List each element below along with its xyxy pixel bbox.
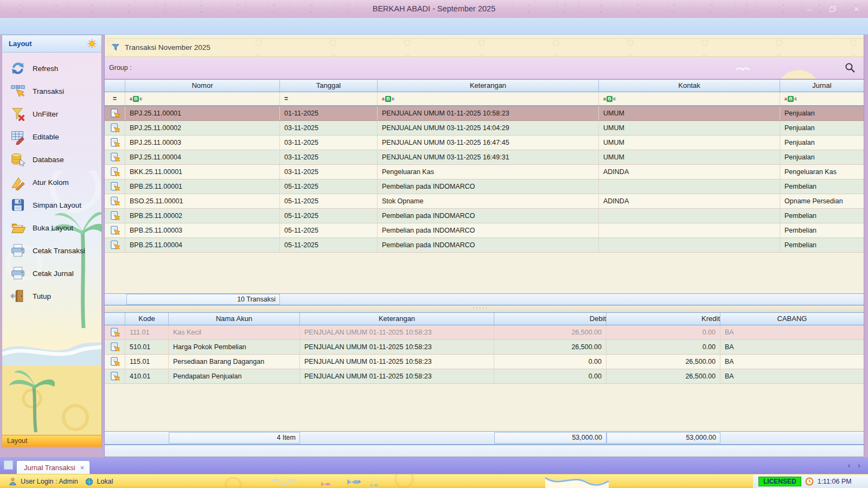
- filter-keterangan[interactable]: aBc: [378, 92, 599, 105]
- equals-filter-icon: =: [113, 95, 117, 102]
- view-caption: Transaksi November 2025: [125, 43, 210, 52]
- transaction-row[interactable]: BPB.25.11.00003 05-11-2025 Pembelian pad…: [105, 223, 864, 238]
- tab-jurnal-transaksi[interactable]: Jurnal Transaksi ×: [16, 460, 90, 474]
- equals-filter-icon: =: [284, 95, 288, 102]
- cell-cabang: BA: [720, 369, 864, 383]
- transactions-count: 10 Transaksi: [126, 294, 280, 305]
- main-panel: Transaksi November 2025 Group : Nomor Ta…: [104, 35, 864, 457]
- transaction-row[interactable]: BSO.25.11.00001 05-11-2025 Stok Opname A…: [105, 194, 864, 209]
- abc-filter-icon: aBc: [603, 96, 616, 102]
- clock-time: 1:11:06 PM: [818, 478, 852, 485]
- transaction-row[interactable]: BPB.25.11.00002 05-11-2025 Pembelian pad…: [105, 209, 864, 223]
- transactions-filter-row: = aBc = aBc aBc aBc: [105, 92, 864, 106]
- document-hand-icon: [110, 211, 120, 221]
- sidebar-item-transaksi[interactable]: Transaksi: [2, 80, 101, 102]
- license-badge: LICENSED: [758, 477, 801, 486]
- cell-jurnal: Pembelian: [780, 223, 864, 237]
- cell-jurnal: Penjualan: [780, 150, 864, 164]
- sidebar-item-refresh[interactable]: Refresh: [2, 57, 101, 80]
- journal-row[interactable]: 410.01 Pendapatan Penjualan PENJUALAN UM…: [105, 369, 864, 384]
- filter-nomor[interactable]: aBc: [125, 92, 280, 105]
- filter-kontak[interactable]: aBc: [599, 92, 780, 105]
- statusbar-decoration: [0, 474, 868, 488]
- cell-cabang: BA: [720, 325, 864, 339]
- transaction-row[interactable]: BPJ.25.11.00004 03-11-2025 PENJUALAN UMU…: [105, 150, 864, 165]
- tab-dock-button[interactable]: [4, 460, 13, 470]
- sidebar-item-buka-layout[interactable]: Buka Layout: [2, 216, 101, 239]
- close-button[interactable]: ×: [852, 5, 861, 13]
- cell-kredit: 26,500.00: [607, 355, 720, 369]
- sidebar-item-icon: [10, 174, 26, 190]
- cell-kontak: UMUM: [599, 136, 780, 150]
- grid-splitter[interactable]: [105, 305, 864, 312]
- sidebar-item-unfilter[interactable]: UnFilter: [2, 102, 101, 125]
- search-icon[interactable]: [844, 62, 856, 74]
- tab-scroll-right-icon[interactable]: ›: [858, 461, 860, 470]
- sidebar-item-atur-kolom[interactable]: Atur Kolom: [2, 171, 101, 194]
- header-keterangan[interactable]: Keterangan: [378, 80, 599, 92]
- cell-keterangan: Pembelian pada INDOMARCO: [378, 179, 599, 194]
- document-hand-icon: [110, 123, 120, 133]
- header-cabang[interactable]: CABANG: [720, 313, 864, 325]
- transaction-row[interactable]: BPJ.25.11.00003 03-11-2025 PENJUALAN UMU…: [105, 136, 864, 150]
- cell-tanggal: 05-11-2025: [280, 194, 378, 208]
- journal-row[interactable]: 115.01 Persediaan Barang Dagangan PENJUA…: [105, 355, 864, 369]
- cell-kode: 111.01: [125, 325, 169, 339]
- sidebar-item-icon: [10, 60, 26, 76]
- header-kontak[interactable]: Kontak: [599, 80, 780, 92]
- header-kredit[interactable]: Kredit: [607, 313, 720, 325]
- cell-jurnal: Pembelian: [780, 209, 864, 223]
- sidebar-item-cetak-transaksi[interactable]: Cetak Transaksi: [2, 239, 101, 262]
- cell-jurnal: Pembelian: [780, 238, 864, 252]
- sun-icon[interactable]: [87, 38, 97, 49]
- sidebar-item-label: Simpan Layout: [33, 201, 81, 209]
- transaction-row[interactable]: BKK.25.11.00001 03-11-2025 Pengeluaran K…: [105, 165, 864, 179]
- sidebar-item-tutup[interactable]: Tutup: [2, 285, 101, 307]
- header-nomor[interactable]: Nomor: [125, 80, 280, 92]
- sidebar-item-database[interactable]: Database: [2, 148, 101, 171]
- cell-debit: 26,500.00: [494, 325, 607, 339]
- document-hand-icon: [110, 138, 120, 148]
- header-keterangan[interactable]: Keterangan: [300, 313, 494, 325]
- header-debit[interactable]: Debit: [494, 313, 607, 325]
- transaction-row[interactable]: BPB.25.11.00004 05-11-2025 Pembelian pad…: [105, 238, 864, 253]
- journal-row[interactable]: 510.01 Harga Pokok Pembelian PENJUALAN U…: [105, 340, 864, 355]
- sidebar-footer-layout[interactable]: Layout: [2, 435, 101, 447]
- filter-cell[interactable]: =: [105, 92, 125, 105]
- sidebar-item-cetak-jurnal[interactable]: Cetak Jurnal: [2, 262, 101, 285]
- cell-tanggal: 05-11-2025: [280, 209, 378, 223]
- cell-keterangan: Pembelian pada INDOMARCO: [378, 223, 599, 237]
- tab-scroll-left-icon[interactable]: ‹: [848, 461, 851, 470]
- filter-tanggal[interactable]: =: [280, 92, 378, 105]
- titlebar[interactable]: BERKAH ABADI - September 2025 – ×: [0, 0, 868, 18]
- header-kode[interactable]: Kode: [125, 313, 169, 325]
- sidebar-item-icon: [10, 265, 26, 281]
- group-by-bar[interactable]: Group :: [105, 57, 864, 79]
- transactions-grid: Nomor Tanggal Keterangan Kontak Jurnal =…: [105, 79, 864, 305]
- cell-tanggal: 03-11-2025: [280, 121, 378, 135]
- cell-nomor: BPB.25.11.00004: [125, 238, 280, 252]
- restore-button[interactable]: [829, 6, 837, 12]
- fish-decoration: [321, 479, 379, 487]
- cell-tanggal: 05-11-2025: [280, 223, 378, 237]
- header-tanggal[interactable]: Tanggal: [280, 80, 378, 92]
- abc-filter-icon: aBc: [382, 96, 394, 102]
- header-icon-column: [105, 80, 125, 92]
- sidebar-item-editable[interactable]: Editable: [2, 125, 101, 148]
- sidebar-item-simpan-layout[interactable]: Simpan Layout: [2, 194, 101, 216]
- globe-icon: [85, 478, 93, 486]
- header-jurnal[interactable]: Jurnal: [780, 80, 864, 92]
- minimize-button[interactable]: –: [805, 5, 814, 13]
- transaction-row[interactable]: BPJ.25.11.00001 01-11-2025 PENJUALAN UMU…: [105, 106, 864, 121]
- cell-kontak: UMUM: [599, 106, 780, 120]
- transaction-row[interactable]: BPB.25.11.00001 05-11-2025 Pembelian pad…: [105, 179, 864, 194]
- filter-jurnal[interactable]: aBc: [780, 92, 864, 105]
- transaction-row[interactable]: BPJ.25.11.00002 03-11-2025 PENJUALAN UMU…: [105, 121, 864, 136]
- journal-row[interactable]: 111.01 Kas Kecil PENJUALAN UMUM 01-11-20…: [105, 325, 864, 340]
- header-nama-akun[interactable]: Nama Akun: [169, 313, 300, 325]
- cell-kontak: [599, 209, 780, 223]
- user-login-status: User Login : Admin: [21, 478, 78, 485]
- cell-cabang: BA: [720, 340, 864, 354]
- tab-close-icon[interactable]: ×: [80, 464, 85, 471]
- cell-keterangan: PENJUALAN UMUM 03-11-2025 16:47:45: [378, 136, 599, 150]
